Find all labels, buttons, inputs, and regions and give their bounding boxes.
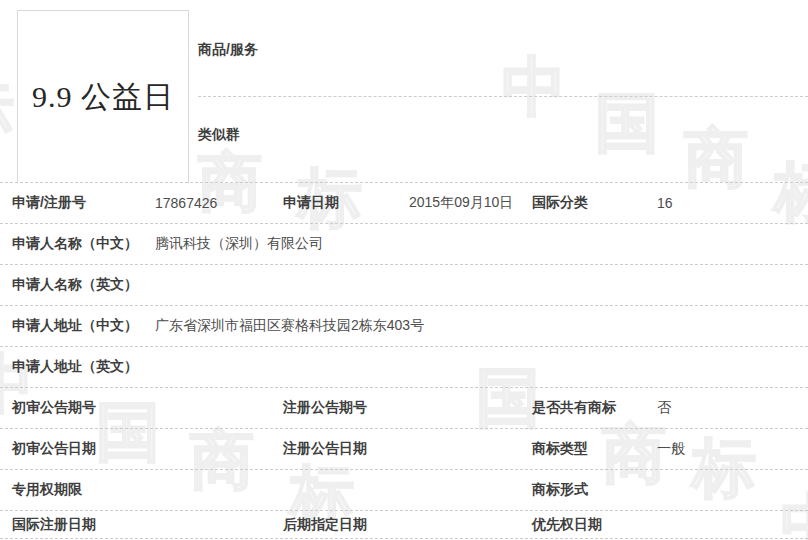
- field-label: 是否共有商标: [532, 399, 616, 417]
- field-label: 初审公告期号: [12, 399, 96, 417]
- detail-table: 申请/注册号 17867426 申请日期 2015年09月10日 国际分类 16…: [0, 182, 808, 539]
- similar-group-label: 类似群: [198, 126, 240, 144]
- field-value: 否: [657, 399, 671, 417]
- watermark-glyph: 商: [684, 126, 748, 190]
- watermark-glyph: 标: [0, 80, 14, 144]
- field-value: 广东省深圳市福田区赛格科技园2栋东403号: [155, 317, 424, 335]
- table-row-applicant-name-cn: 申请人名称（中文） 腾讯科技（深圳）有限公司: [0, 224, 808, 265]
- field-label: 申请/注册号: [12, 194, 86, 212]
- table-row-applicant-address-cn: 申请人地址（中文） 广东省深圳市福田区赛格科技园2栋东403号: [0, 306, 808, 347]
- table-row-applicant-name-en: 申请人名称（英文）: [0, 265, 808, 306]
- table-row-application-number: 申请/注册号 17867426 申请日期 2015年09月10日 国际分类 16: [0, 183, 808, 224]
- field-label: 申请人名称（中文）: [12, 235, 138, 253]
- table-row-exclusive-right-period: 专用权期限 商标形式: [0, 470, 808, 511]
- field-label: 申请人地址（英文）: [12, 358, 138, 376]
- table-row-international-registration-date: 国际注册日期 后期指定日期 优先权日期: [0, 511, 808, 539]
- field-label: 专用权期限: [12, 481, 82, 499]
- field-label: 商标类型: [532, 440, 588, 458]
- field-label: 注册公告日期: [283, 440, 367, 458]
- divider: [198, 96, 808, 97]
- field-label: 申请人地址（中文）: [12, 317, 138, 335]
- field-label: 商标形式: [532, 481, 588, 499]
- watermark-glyph: 中: [502, 55, 566, 119]
- field-value: 2015年09月10日: [409, 194, 513, 212]
- trademark-detail-page: 标商标中国商标中国商标国商标中 9.9 公益日 商品/服务 类似群 申请/注册号…: [0, 0, 808, 540]
- watermark-glyph: 国: [595, 91, 659, 155]
- field-value: 16: [657, 195, 673, 211]
- goods-services-label: 商品/服务: [198, 41, 258, 59]
- table-row-preliminary-gazette-date: 初审公告日期 注册公告日期 商标类型 一般: [0, 429, 808, 470]
- field-value: 腾讯科技（深圳）有限公司: [155, 235, 323, 253]
- table-row-preliminary-gazette-no: 初审公告期号 注册公告期号 是否共有商标 否: [0, 388, 808, 429]
- field-label: 优先权日期: [532, 516, 602, 534]
- field-label: 后期指定日期: [283, 516, 367, 534]
- trademark-image-box: 9.9 公益日: [17, 10, 189, 183]
- field-label: 申请日期: [283, 194, 339, 212]
- field-label: 初审公告日期: [12, 440, 96, 458]
- field-label: 注册公告期号: [283, 399, 367, 417]
- field-value: 17867426: [155, 195, 217, 211]
- field-value: 一般: [657, 440, 685, 458]
- trademark-name: 9.9 公益日: [32, 77, 174, 118]
- table-row-applicant-address-en: 申请人地址（英文）: [0, 347, 808, 388]
- field-label: 国际注册日期: [12, 516, 96, 534]
- field-label: 国际分类: [532, 194, 588, 212]
- field-label: 申请人名称（英文）: [12, 276, 138, 294]
